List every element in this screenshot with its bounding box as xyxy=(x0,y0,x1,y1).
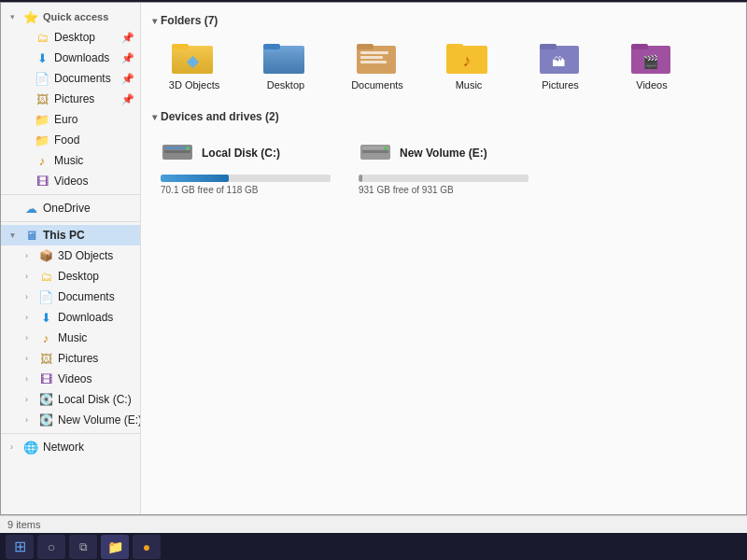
sidebar-this-pc-music[interactable]: › ♪ Music xyxy=(1,328,140,348)
newe-icon: 💽 xyxy=(38,413,53,427)
svg-text:◈: ◈ xyxy=(186,53,200,69)
svg-rect-10 xyxy=(360,56,383,59)
folder-desktop-label: Desktop xyxy=(267,79,304,91)
sidebar-this-pc-documents[interactable]: › 📄 Documents xyxy=(1,287,140,307)
sidebar-item-this-pc[interactable]: ▾ 🖥 This PC xyxy=(1,225,140,245)
sidebar-item-desktop[interactable]: › 🗂 Desktop 📌 xyxy=(1,27,140,48)
folders-section-header[interactable]: ▾ Folders (7) xyxy=(152,14,735,27)
svg-rect-2 xyxy=(172,44,189,49)
folder-item-music[interactable]: ♪ Music xyxy=(427,35,511,95)
folder-item-documents[interactable]: Documents xyxy=(335,35,419,95)
sidebar-item-food[interactable]: › 📁 Food xyxy=(1,130,140,150)
taskbar: ⊞ ○ ⧉ 📁 ● xyxy=(0,533,747,560)
localc-icon: 💽 xyxy=(38,392,53,407)
videos-folder-icon-main: 🎬 xyxy=(629,38,674,76)
drive-e-icon xyxy=(359,137,392,169)
sidebar-divider-2 xyxy=(1,221,140,222)
sidebar-this-pc-newe[interactable]: › 💽 New Volume (E:) xyxy=(1,410,140,430)
expand-arrow-quick-access: ▾ xyxy=(10,12,21,21)
start-button[interactable]: ⊞ xyxy=(6,535,34,559)
chrome-button[interactable]: ● xyxy=(133,535,161,559)
network-icon: 🌐 xyxy=(23,440,38,455)
sidebar-this-pc-pictures[interactable]: › 🖼 Pictures xyxy=(1,348,140,369)
this-pc-desktop-icon: 🗂 xyxy=(38,269,53,284)
explorer-icon: 📁 xyxy=(107,539,123,554)
this-pc-localc-label: Local Disk (C:) xyxy=(58,393,132,406)
sidebar-this-pc-localc[interactable]: › 💽 Local Disk (C:) xyxy=(1,389,140,410)
this-pc-icon: 🖥 xyxy=(23,228,38,243)
explorer-button[interactable]: 📁 xyxy=(101,535,129,559)
sidebar-item-euro[interactable]: › 📁 Euro xyxy=(1,109,140,130)
svg-rect-16 xyxy=(540,44,557,49)
sidebar-euro-label: Euro xyxy=(54,113,78,126)
drive-c-info: Local Disk (C:) xyxy=(202,147,331,160)
sidebar-this-pc-downloads[interactable]: › ⬇ Downloads xyxy=(1,307,140,328)
downloads-folder-icon: ⬇ xyxy=(35,50,49,65)
drives-section-header[interactable]: ▾ Devices and drives (2) xyxy=(152,110,735,123)
drive-item-c[interactable]: Local Disk (C:) 70.1 GB free of 118 GB xyxy=(152,131,339,202)
svg-text:🏔: 🏔 xyxy=(552,54,565,69)
sidebar-item-pictures[interactable]: › 🖼 Pictures 📌 xyxy=(1,89,140,109)
taskview-button[interactable]: ⧉ xyxy=(69,535,97,559)
sidebar-music-label: Music xyxy=(54,154,83,167)
drive-e-progress xyxy=(359,175,529,182)
folder-item-desktop[interactable]: Desktop xyxy=(244,35,328,95)
drive-c-fill xyxy=(161,175,229,182)
pictures-folder-icon: 🖼 xyxy=(35,91,49,106)
sidebar-food-label: Food xyxy=(54,133,79,147)
sidebar-documents-label: Documents xyxy=(54,72,111,85)
folder-item-videos[interactable]: 🎬 Videos xyxy=(610,35,694,95)
sidebar-onedrive-label: OneDrive xyxy=(43,202,91,215)
videos-icon: 🎞 xyxy=(35,174,49,189)
folders-chevron: ▾ xyxy=(152,16,157,26)
svg-rect-27 xyxy=(362,150,388,153)
sidebar-item-network[interactable]: › 🌐 Network xyxy=(1,437,140,457)
food-folder-icon: 📁 xyxy=(35,133,49,147)
this-pc-music-label: Music xyxy=(58,331,87,344)
this-pc-docs-icon: 📄 xyxy=(38,289,53,304)
drives-grid: Local Disk (C:) 70.1 GB free of 118 GB xyxy=(152,131,735,202)
sidebar-item-videos[interactable]: › 🎞 Videos xyxy=(1,171,140,191)
svg-rect-6 xyxy=(263,44,280,49)
sidebar-this-pc-videos[interactable]: › 🎞 Videos xyxy=(1,369,140,389)
sidebar-this-pc-3dobjects[interactable]: › 📦 3D Objects xyxy=(1,245,140,266)
this-pc-desktop-label: Desktop xyxy=(58,270,99,283)
sidebar-item-music[interactable]: › ♪ Music xyxy=(1,150,140,171)
drive-c-top: Local Disk (C:) xyxy=(161,137,331,169)
drive-e-name: New Volume (E:) xyxy=(400,147,529,160)
search-button[interactable]: ○ xyxy=(37,535,65,559)
this-pc-downloads-icon: ⬇ xyxy=(38,310,53,325)
sidebar-item-downloads[interactable]: › ⬇ Downloads 📌 xyxy=(1,48,140,68)
svg-text:🎬: 🎬 xyxy=(642,54,659,70)
3dobjects-icon: 📦 xyxy=(38,248,53,263)
this-pc-downloads-label: Downloads xyxy=(58,311,113,324)
svg-rect-13 xyxy=(446,44,463,49)
this-pc-pictures-icon: 🖼 xyxy=(38,351,53,366)
folders-header-label: Folders (7) xyxy=(161,14,218,27)
this-pc-documents-label: Documents xyxy=(58,290,115,303)
drive-item-e[interactable]: New Volume (E:) 931 GB free of 931 GB xyxy=(350,131,537,202)
taskview-icon: ⧉ xyxy=(79,540,88,553)
sidebar-item-onedrive[interactable]: › ☁ OneDrive xyxy=(1,198,140,218)
folder-documents-label: Documents xyxy=(351,79,403,91)
this-pc-newe-label: New Volume (E:) xyxy=(58,413,141,427)
documents-folder-icon-main xyxy=(355,38,400,76)
svg-rect-9 xyxy=(360,51,388,54)
this-pc-videos-icon: 🎞 xyxy=(38,371,53,386)
drive-e-info: New Volume (E:) xyxy=(400,147,529,160)
sidebar-quick-access[interactable]: ▾ ⭐ Quick access xyxy=(1,7,140,27)
sidebar-this-pc-desktop[interactable]: › 🗂 Desktop xyxy=(1,266,140,287)
drive-c-progress xyxy=(161,175,331,182)
quick-access-icon: ⭐ xyxy=(23,9,38,24)
quick-access-label: Quick access xyxy=(43,11,108,22)
sidebar: ▾ ⭐ Quick access › 🗂 Desktop 📌 › ⬇ Downl… xyxy=(1,3,141,514)
folder-item-pictures[interactable]: 🏔 Pictures xyxy=(518,35,602,95)
this-pc-pictures-label: Pictures xyxy=(58,352,98,365)
this-pc-music-icon: ♪ xyxy=(38,330,53,345)
drives-chevron: ▾ xyxy=(152,112,157,122)
documents-folder-icon: 📄 xyxy=(35,71,49,86)
folder-item-3dobjects[interactable]: ◈ 3D Objects xyxy=(152,35,236,95)
sidebar-item-documents[interactable]: › 📄 Documents 📌 xyxy=(1,68,140,89)
svg-point-24 xyxy=(186,147,190,150)
svg-rect-19 xyxy=(631,44,648,49)
